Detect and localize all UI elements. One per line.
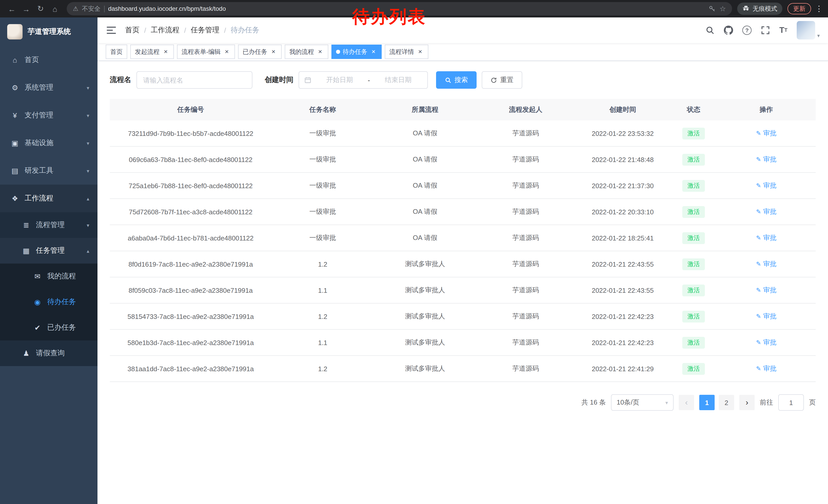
page-number-1[interactable]: 1 xyxy=(699,395,715,410)
sidebar-item-system[interactable]: ⚙系统管理▾ xyxy=(0,74,97,101)
column-header: 创建时间 xyxy=(575,99,670,121)
active-tab-dot xyxy=(336,50,340,54)
sidebar-item-workflow[interactable]: ❖工作流程▴ xyxy=(0,185,97,212)
view-tab[interactable]: 首页 xyxy=(106,45,127,59)
cell-name: 一级审批 xyxy=(272,173,374,199)
search-icon[interactable] xyxy=(705,26,715,35)
close-icon[interactable]: × xyxy=(223,48,230,55)
cell-starter: 芋道源码 xyxy=(476,277,575,303)
approve-link[interactable]: ✎审批 xyxy=(756,364,777,373)
breadcrumb-item[interactable]: 工作流程 xyxy=(151,26,179,35)
view-tab[interactable]: 流程详情× xyxy=(385,45,428,59)
github-icon[interactable] xyxy=(724,26,733,35)
goto-page-input[interactable] xyxy=(778,394,804,411)
approve-link[interactable]: ✎审批 xyxy=(756,129,777,138)
cell-name: 1.2 xyxy=(272,356,374,382)
approve-link[interactable]: ✎审批 xyxy=(756,155,777,164)
cell-action: ✎审批 xyxy=(717,329,816,356)
view-tab[interactable]: 已办任务× xyxy=(238,45,282,59)
back-icon[interactable]: ← xyxy=(5,2,18,15)
sidebar-item-task-manage[interactable]: ▦任务管理▴ xyxy=(0,238,97,264)
close-icon[interactable]: × xyxy=(370,48,377,55)
cell-starter: 芋道源码 xyxy=(476,146,575,173)
approve-link[interactable]: ✎审批 xyxy=(756,181,777,190)
approve-link[interactable]: ✎审批 xyxy=(756,338,777,347)
infrastructure-icon: ▣ xyxy=(10,139,19,147)
page-size-select[interactable]: 10条/页 ▾ xyxy=(611,394,673,411)
fullscreen-icon[interactable] xyxy=(761,26,770,35)
sidebar-item-devtools[interactable]: ▤研发工具▾ xyxy=(0,157,97,185)
close-icon[interactable]: × xyxy=(417,48,424,55)
edit-icon: ✎ xyxy=(756,208,761,215)
update-button[interactable]: 更新 xyxy=(787,3,811,14)
approve-link[interactable]: ✎审批 xyxy=(756,207,777,216)
key-icon[interactable] xyxy=(709,5,716,12)
cell-action: ✎审批 xyxy=(717,199,816,225)
breadcrumb-item[interactable]: 首页 xyxy=(125,26,139,35)
breadcrumb-separator: / xyxy=(144,26,146,34)
search-button[interactable]: 搜索 xyxy=(436,71,477,89)
page-number-2[interactable]: 2 xyxy=(719,395,734,410)
cell-time: 2022-01-22 23:53:32 xyxy=(575,121,670,146)
table-row: a6aba0a4-7b6d-11ec-b781-acde48001122一级审批… xyxy=(110,225,816,251)
view-tab[interactable]: 我的流程× xyxy=(285,45,328,59)
sidebar-item-label: 我的流程 xyxy=(47,272,76,281)
approve-link[interactable]: ✎审批 xyxy=(756,233,777,242)
cell-name: 1.1 xyxy=(272,277,374,303)
hamburger-icon[interactable] xyxy=(106,25,117,36)
sidebar-item-label: 任务管理 xyxy=(36,246,65,255)
view-tab[interactable]: 发起流程× xyxy=(130,45,174,59)
cell-id: 580e1b3d-7ac8-11ec-a9e2-a2380e71991a xyxy=(110,329,272,356)
sidebar-item-leave-query[interactable]: ♟请假查询 xyxy=(0,340,97,366)
sidebar-item-payment[interactable]: ¥支付管理▾ xyxy=(0,101,97,129)
sidebar-item-my-process[interactable]: ✉我的流程 xyxy=(0,264,97,289)
help-icon[interactable]: ? xyxy=(742,26,752,35)
close-icon[interactable]: × xyxy=(317,48,324,55)
forward-icon[interactable]: → xyxy=(19,2,33,15)
reload-icon[interactable]: ↻ xyxy=(34,2,47,15)
view-tab[interactable]: 流程表单-编辑× xyxy=(177,45,235,59)
reset-button[interactable]: 重置 xyxy=(482,71,522,89)
process-name-input[interactable] xyxy=(136,71,252,89)
sidebar-item-infrastructure[interactable]: ▣基础设施▾ xyxy=(0,129,97,157)
security-label: 不安全 xyxy=(82,4,100,13)
sidebar-item-label: 基础设施 xyxy=(25,138,53,148)
calendar-icon xyxy=(304,77,312,84)
breadcrumb: 首页/工作流程/任务管理/待办任务 xyxy=(125,26,259,35)
breadcrumb-item[interactable]: 任务管理 xyxy=(191,26,219,35)
next-page-button[interactable]: › xyxy=(739,395,755,410)
view-tab[interactable]: 待办任务× xyxy=(331,45,382,59)
sidebar-item-done-task[interactable]: ✔已办任务 xyxy=(0,315,97,340)
cell-id: a6aba0a4-7b6d-11ec-b781-acde48001122 xyxy=(110,225,272,251)
logo-avatar-image xyxy=(7,24,23,40)
sidebar-item-label: 支付管理 xyxy=(25,111,53,120)
user-avatar[interactable]: ▾ xyxy=(797,21,820,40)
tab-label: 已办任务 xyxy=(243,47,267,56)
approve-link[interactable]: ✎审批 xyxy=(756,312,777,321)
app-logo[interactable]: 芋道管理系统 xyxy=(0,17,97,46)
goto-label: 前往 xyxy=(760,398,773,407)
sidebar-item-process-manage[interactable]: ≣流程管理▾ xyxy=(0,212,97,238)
breadcrumb-separator: / xyxy=(224,26,226,34)
home-icon[interactable]: ⌂ xyxy=(48,2,61,15)
date-separator: - xyxy=(368,76,370,84)
prev-page-button[interactable]: ‹ xyxy=(679,395,694,410)
create-time-label: 创建时间 xyxy=(265,75,293,85)
sidebar-item-todo-task[interactable]: ◉待办任务 xyxy=(0,289,97,315)
edit-icon: ✎ xyxy=(756,365,761,372)
approve-link[interactable]: ✎审批 xyxy=(756,286,777,295)
cell-time: 2022-01-21 22:43:55 xyxy=(575,251,670,277)
table-row: 8f059c03-7ac8-11ec-a9e2-a2380e71991a1.1测… xyxy=(110,277,816,303)
top-navbar: 首页/工作流程/任务管理/待办任务 ? TT ▾ xyxy=(97,17,828,43)
cell-action: ✎审批 xyxy=(717,121,816,146)
browser-menu-icon[interactable]: ⋮ xyxy=(815,4,823,13)
close-icon[interactable]: × xyxy=(162,48,169,55)
font-size-icon[interactable]: TT xyxy=(779,26,787,34)
sidebar-item-home[interactable]: ⌂首页 xyxy=(0,46,97,74)
approve-link[interactable]: ✎审批 xyxy=(756,260,777,269)
date-range-picker[interactable]: 开始日期 - 结束日期 xyxy=(299,71,428,89)
table-row: 58154733-7ac8-11ec-a9e2-a2380e71991a1.2测… xyxy=(110,303,816,329)
close-icon[interactable]: × xyxy=(270,48,277,55)
bookmark-star-icon[interactable]: ☆ xyxy=(719,5,726,13)
yen-icon: ¥ xyxy=(10,111,19,120)
